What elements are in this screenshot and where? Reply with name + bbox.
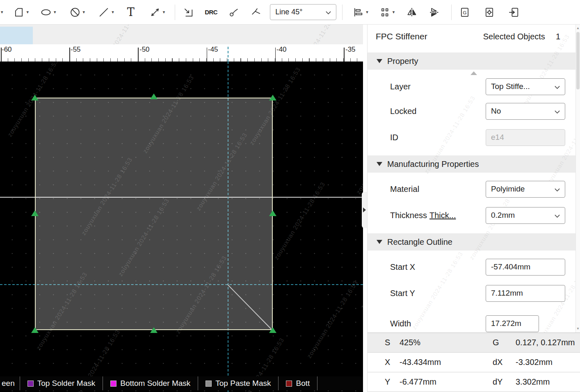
thickness-link[interactable]: Thick... — [429, 211, 456, 220]
chevron-down-icon — [555, 82, 560, 91]
section-manufacturing[interactable]: Manufacturing Properties — [368, 155, 580, 173]
dropdown-caret-icon[interactable]: ▾ — [1, 10, 3, 14]
material-row: Material Polyimide — [368, 176, 580, 202]
dimension-tool-button[interactable]: ▾ — [149, 7, 165, 18]
watermark: zouyuxuan 2024-11-28 16:53 — [306, 279, 359, 360]
panel-header: FPC Stiffener Selected Objects 1 — [368, 25, 580, 48]
layer-tab[interactable]: Top Solder Mask — [20, 376, 103, 390]
dropdown-caret-icon[interactable]: ▾ — [83, 10, 85, 14]
shape-tool-button[interactable]: ▾ — [13, 7, 29, 18]
toolbar: ▾ ▾ ▾ ▾ ▾ T ▾ DRC — [0, 0, 580, 25]
ruler-tick-label: -35 — [345, 46, 356, 54]
scroll-up-indicator[interactable] — [470, 71, 477, 75]
layer-select[interactable]: Top Stiffe... — [486, 78, 565, 95]
junction-tool-button[interactable] — [250, 7, 262, 18]
layer-label: Layer — [390, 82, 411, 91]
width-input[interactable]: 17.272m — [486, 315, 539, 332]
flip-vertical-button[interactable] — [428, 7, 440, 18]
dropdown-caret-icon[interactable]: ▾ — [366, 10, 368, 14]
document-g-button[interactable]: G — [459, 7, 470, 18]
selected-objects-count: 1 — [556, 32, 560, 41]
teardrop-tool-button[interactable] — [228, 7, 240, 18]
layer-row: Layer Top Stiffe... — [368, 75, 580, 98]
distribute-tool-button[interactable]: ▾ — [379, 7, 395, 18]
grid-value: 0.127, 0.127mm — [516, 338, 580, 347]
ruler-tick-label: -40 — [276, 46, 287, 54]
dx-key: dX — [493, 358, 516, 367]
locked-select[interactable]: No — [486, 103, 565, 120]
restricted-region-tool-button[interactable]: ▾ — [69, 7, 85, 18]
panel-scrollbar[interactable]: ▲ ▼ — [575, 25, 580, 333]
layer-tab[interactable]: een — [0, 376, 20, 390]
ellipse-icon — [40, 7, 52, 18]
dy-key: dY — [493, 377, 516, 387]
selected-stiffener-rectangle[interactable] — [35, 98, 273, 330]
scrollbar-thumb[interactable] — [576, 32, 580, 89]
resize-handle[interactable] — [150, 93, 158, 99]
dropdown-caret-icon[interactable]: ▾ — [54, 10, 56, 14]
line-mode-select[interactable]: Line 45° — [270, 4, 336, 20]
dx-value: -3.302mm — [516, 358, 580, 367]
start-y-label: Start Y — [390, 289, 415, 298]
watermark: zouyuxuan 2024-11-28 16:53 — [359, 230, 363, 310]
panel-collapse-handle[interactable] — [362, 192, 367, 228]
layer-color-swatch — [286, 381, 292, 387]
selected-objects-label: Selected Objects — [483, 32, 545, 41]
resize-handle[interactable] — [269, 327, 276, 333]
line-tool-button[interactable]: ▾ — [98, 7, 114, 18]
resize-handle[interactable] — [269, 95, 276, 100]
flip-vertical-icon — [428, 7, 440, 18]
dropdown-caret-icon[interactable]: ▾ — [163, 10, 165, 14]
resize-handle[interactable] — [31, 210, 39, 216]
ellipse-tool-button[interactable]: ▾ — [40, 7, 56, 18]
drc-button[interactable]: DRC — [205, 9, 217, 16]
move-to-corner-icon — [183, 7, 194, 18]
resize-handle[interactable] — [31, 327, 39, 333]
align-tool-button[interactable]: ▾ — [352, 7, 368, 18]
pcb-canvas[interactable]: zouyuxuan 2024-11-28 16:53 zouyuxuan 202… — [0, 62, 363, 392]
layer-tab-label: Top Solder Mask — [37, 379, 96, 388]
dropdown-caret-icon[interactable]: ▾ — [112, 10, 114, 14]
flip-horizontal-button[interactable] — [406, 7, 418, 18]
start-y-input[interactable]: 7.112mm — [486, 285, 565, 302]
resize-handle[interactable] — [31, 95, 39, 100]
layer-color-swatch — [27, 381, 34, 387]
thickness-select[interactable]: 0.2mm — [486, 207, 565, 224]
text-tool-button[interactable]: T — [127, 7, 135, 18]
id-field: e14 — [486, 129, 565, 146]
properties-panel: zouyuxuan 2024-11-28 16:53 zouyuxuan 202… — [367, 25, 580, 392]
status-readout: S 425% G 0.127, 0.127mm X -43.434mm dX -… — [368, 333, 580, 392]
status-row: Y -6.477mm dY 3.302mm — [368, 372, 580, 392]
chevron-down-icon — [555, 185, 560, 194]
section-property[interactable]: Property — [368, 52, 580, 70]
origin-tool-button[interactable] — [183, 7, 194, 18]
document-gear-button[interactable] — [484, 7, 495, 18]
workspace: zouyuxuan 2024-11-28 16:53 zouyuxuan 202… — [0, 25, 580, 392]
chevron-down-icon — [326, 8, 331, 16]
ruler-corner — [0, 27, 33, 44]
crosshair-vertical — [228, 47, 228, 62]
ruler-tick-label: -60 — [2, 46, 12, 54]
scrollbar-down-icon[interactable]: ▼ — [576, 327, 580, 331]
dropdown-caret-icon[interactable]: ▾ — [393, 10, 395, 14]
status-row: S 425% G 0.127, 0.127mm — [368, 333, 580, 353]
layer-tab[interactable]: Bottom Solder Mask — [103, 376, 198, 390]
locked-row: Locked No — [368, 98, 580, 124]
resize-handle[interactable] — [269, 210, 276, 216]
start-x-input[interactable]: -57.404mm — [486, 259, 565, 276]
material-select[interactable]: Polyimide — [486, 181, 565, 198]
ruler-tick-label: -50 — [139, 46, 150, 54]
chevron-down-icon — [555, 107, 560, 116]
section-rectangle-outline[interactable]: Rectangle Outline — [368, 233, 580, 251]
scrollbar-up-icon[interactable]: ▲ — [576, 26, 580, 30]
dropdown-caret-icon[interactable]: ▾ — [27, 10, 29, 14]
resize-handle[interactable] — [150, 327, 158, 333]
layer-color-swatch — [206, 381, 212, 387]
text-tool-icon: T — [127, 7, 135, 18]
layer-tab[interactable]: Top Paste Mask — [198, 376, 279, 390]
document-import-button[interactable] — [508, 7, 520, 18]
material-label: Material — [390, 185, 419, 194]
layer-tab[interactable]: Bott — [279, 376, 317, 390]
page-g-icon: G — [459, 7, 470, 18]
dy-value: 3.302mm — [516, 377, 580, 387]
